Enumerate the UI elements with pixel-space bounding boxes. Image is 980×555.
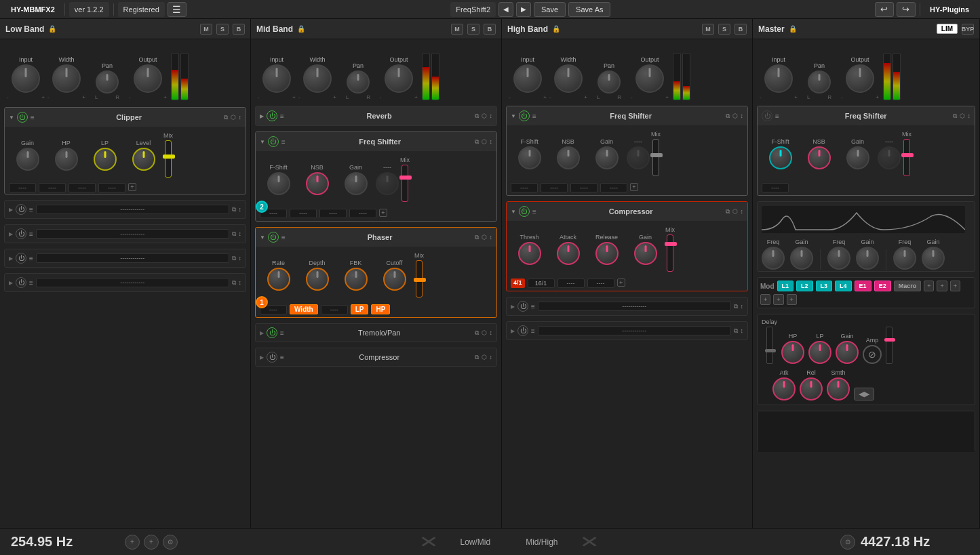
high-fshift-param4[interactable]: ---- [600, 183, 627, 192]
mid-comp-power[interactable]: ⏻ [267, 352, 277, 363]
high-comp-ratio2[interactable]: 16/1 [528, 279, 555, 288]
master-mod-plus-btn1[interactable]: + [924, 281, 934, 291]
master-env-rel-knob[interactable] [800, 377, 823, 400]
high-comp-expand-icon[interactable] [511, 209, 516, 215]
high-comp-move-icon[interactable]: ↕ [741, 208, 744, 215]
mid-input-knob[interactable] [262, 64, 291, 93]
high-slot1-type-icon[interactable]: ⧉ [734, 303, 738, 310]
high-fshift-param2[interactable]: ---- [541, 183, 568, 192]
high-comp-gain-knob[interactable] [634, 242, 657, 265]
low-slot2-select-icon[interactable]: ⧉ [232, 230, 236, 238]
mid-tremolo-power[interactable]: ⏻ [267, 327, 277, 338]
master-mod-l4[interactable]: L4 [835, 281, 852, 291]
mid-band-solo[interactable]: S [467, 24, 479, 35]
low-slot4-move-icon[interactable]: ↕ [239, 279, 242, 286]
low-band-solo[interactable]: S [216, 24, 229, 35]
high-fshift-knob[interactable] [518, 146, 541, 169]
high-slot1-menu[interactable]: ≡ [531, 303, 535, 310]
low-param2[interactable]: ---- [39, 183, 66, 192]
mid-rate-knob[interactable] [267, 268, 290, 291]
high-input-knob[interactable] [513, 64, 542, 93]
master-fshift-header[interactable]: ⏻ ≡ Freq Shifter ⧉ ⬡ ↕ [758, 106, 975, 125]
mid-phaser-lp-btn[interactable]: LP [351, 304, 369, 314]
low-slot1-power[interactable]: ⏻ [16, 204, 26, 215]
mid-reverb-move-icon[interactable]: ↕ [490, 112, 493, 119]
next-preset-button[interactable]: ▶ [516, 2, 531, 17]
high-fshift-param1[interactable]: ---- [511, 183, 538, 192]
master-mod-e2[interactable]: E2 [874, 281, 891, 291]
mid-tremolo-expand-icon[interactable] [260, 330, 264, 336]
high-comp-release-knob[interactable] [595, 242, 619, 265]
high-slot1-power[interactable]: ⏻ [517, 301, 528, 312]
low-band-mute[interactable]: M [200, 24, 212, 35]
mid-reverb-type-icon[interactable]: ⧉ [475, 112, 479, 120]
low-slot4-power[interactable]: ⏻ [16, 277, 26, 288]
high-comp-header[interactable]: ⏻ ≡ Compressor ⧉ ⬡ ↕ [507, 202, 747, 221]
high-fshift-plus[interactable]: + [630, 183, 638, 191]
mid-phaser-type-icon[interactable]: ⧉ [475, 234, 479, 241]
master-mod-plus-btn2[interactable]: + [937, 281, 947, 291]
mid-comp-move-icon[interactable]: ↕ [490, 354, 493, 361]
high-band-solo[interactable]: S [718, 24, 730, 35]
mid-tremolo-menu-icon[interactable]: ≡ [280, 329, 284, 337]
mid-phaser-width-btn[interactable]: Width [290, 304, 318, 314]
low-clipper-header[interactable]: ⏻ ≡ Clipper ⧉ ⬡ ↕ [5, 108, 246, 127]
prev-preset-button[interactable]: ◀ [498, 2, 513, 17]
low-plus-btn[interactable]: + [128, 183, 136, 191]
mid-width-knob[interactable] [303, 64, 332, 93]
master-env-atk-knob[interactable] [772, 377, 796, 400]
low-slot3-power[interactable]: ⏻ [16, 253, 26, 264]
mid-tremolo-move-icon[interactable]: ↕ [490, 329, 493, 336]
low-output-knob[interactable] [134, 64, 162, 93]
master-band-lock-icon[interactable]: 🔒 [789, 25, 797, 33]
master-fshift-move-icon[interactable]: ↕ [968, 112, 971, 119]
high-fshift-type-icon[interactable]: ⧉ [726, 112, 730, 120]
high-slot1-move-icon[interactable]: ↕ [741, 303, 744, 310]
mid-reverb-menu-icon[interactable]: ≡ [280, 112, 284, 120]
low-hp-knob[interactable] [55, 148, 78, 171]
low-param1[interactable]: ---- [9, 183, 36, 192]
low-gain-knob[interactable] [16, 148, 39, 171]
high-fshift-copy-icon[interactable]: ⬡ [732, 112, 738, 119]
master-mod-l1[interactable]: L1 [777, 281, 794, 291]
mid-freq-shifter-menu-icon[interactable]: ≡ [281, 138, 286, 146]
mid-phaser-header[interactable]: ⏻ ≡ Phaser ⧉ ⬡ ↕ [256, 228, 496, 247]
high-fshift-dash-knob[interactable] [627, 146, 650, 169]
high-comp-power[interactable]: ⏻ [519, 206, 530, 217]
master-mod-macro[interactable]: Macro [894, 281, 922, 291]
mid-fshift-param4[interactable]: ---- [349, 209, 376, 218]
master-eq-gain1-knob[interactable] [790, 247, 813, 270]
high-slot1-name[interactable]: ------------ [538, 302, 731, 311]
low-param3[interactable]: ---- [68, 183, 96, 192]
master-fshift-dash-knob[interactable] [878, 146, 901, 169]
high-slot2-name[interactable]: ------------ [538, 326, 731, 335]
master-fshift-copy-icon[interactable]: ⬡ [960, 112, 965, 119]
low-slot4-expand-icon[interactable] [9, 280, 13, 286]
mid-nsb-knob[interactable] [306, 172, 329, 195]
mid-fshift-param3[interactable]: ---- [319, 209, 347, 218]
mid-reverb-expand-icon[interactable] [260, 113, 264, 119]
master-env-lp-knob[interactable] [808, 341, 831, 364]
master-mod-plus-btn4[interactable]: + [760, 294, 770, 305]
low-width-knob[interactable] [52, 64, 81, 93]
mid-phaser-hp-btn[interactable]: HP [371, 304, 390, 314]
mid-tremolo-copy-icon[interactable]: ⬡ [482, 329, 487, 336]
mid-cutoff-knob[interactable] [383, 268, 406, 291]
low-input-knob[interactable] [12, 64, 40, 93]
low-clipper-menu-icon[interactable]: ≡ [31, 114, 35, 121]
high-slot1-expand-icon[interactable] [511, 304, 515, 310]
low-lp-knob[interactable] [94, 148, 117, 171]
redo-button[interactable]: ↪ [897, 2, 916, 17]
low-slot3-expand-icon[interactable] [9, 255, 13, 262]
master-fshift-knob[interactable] [769, 146, 792, 169]
mid-comp-expand-icon[interactable] [260, 354, 264, 361]
high-comp-param2[interactable]: ---- [587, 279, 614, 288]
master-input-knob[interactable] [764, 64, 793, 93]
low-slot4-select-icon[interactable]: ⧉ [232, 279, 236, 287]
high-output-knob[interactable] [635, 64, 664, 93]
master-fshift-mix-fader[interactable] [903, 139, 910, 176]
undo-button[interactable]: ↩ [875, 2, 894, 17]
mid-freq-shifter-power[interactable]: ⏻ [268, 136, 279, 147]
low-band-lock-icon[interactable]: 🔒 [48, 25, 56, 33]
high-band-lock-icon[interactable]: 🔒 [552, 25, 560, 33]
